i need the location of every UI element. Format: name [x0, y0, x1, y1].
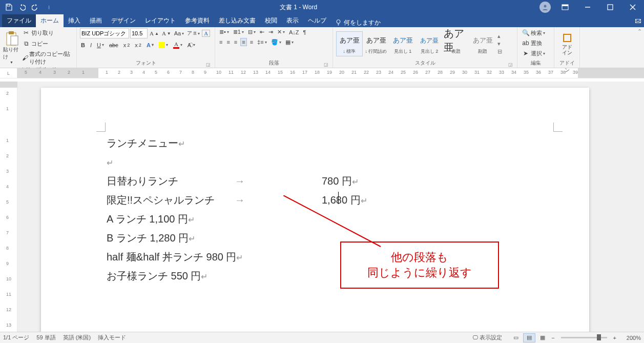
- tab-mailings[interactable]: 差し込み文書: [214, 14, 260, 27]
- cut-button[interactable]: ✂切り取り: [21, 28, 73, 37]
- bullets-button[interactable]: ≣•: [218, 28, 230, 36]
- minimize-icon[interactable]: [576, 0, 599, 14]
- lightbulb-icon: [335, 19, 342, 27]
- save-icon[interactable]: [3, 2, 14, 13]
- distributed-button[interactable]: ≡: [249, 38, 254, 46]
- status-mode[interactable]: 挿入モード: [98, 334, 126, 341]
- account-avatar[interactable]: [539, 2, 551, 13]
- style-item-4[interactable]: あア亜表題: [443, 32, 469, 56]
- multilevel-button[interactable]: ⊟: [247, 28, 257, 36]
- copy-button[interactable]: ⧉コピー: [21, 39, 73, 48]
- ribbon: 貼り付け ▼ ✂切り取り ⧉コピー 🖌書式のコピー/貼り付け クリップボード◲ …: [0, 27, 644, 68]
- doc-line-0[interactable]: ランチメニュー↵: [107, 134, 558, 153]
- style-item-3[interactable]: あア亜見出し 2: [416, 32, 443, 56]
- svg-point-8: [337, 19, 340, 23]
- tab-home[interactable]: ホーム: [36, 14, 64, 27]
- zoom-level[interactable]: 200%: [618, 335, 641, 341]
- align-left-button[interactable]: ≡: [218, 38, 223, 46]
- highlight-button[interactable]: [158, 42, 169, 49]
- subscript-button[interactable]: x2: [122, 42, 131, 49]
- align-center-button[interactable]: ≡: [225, 38, 231, 46]
- view-read-mode[interactable]: ▭: [510, 333, 522, 342]
- shrink-font-button[interactable]: A▼: [161, 30, 172, 37]
- bold-button[interactable]: B: [80, 42, 86, 49]
- maximize-icon[interactable]: [599, 0, 621, 14]
- view-print-layout[interactable]: ▤: [523, 333, 535, 342]
- group-paragraph: ≣• ≣1 ⊟ ⇤ ⇥ ✕ A↓Z ¶ ≡ ≡ ≡ ≡ ≡ ‡≡ 🪣 ▦ 段落◲: [215, 27, 333, 68]
- tab-file[interactable]: ファイル: [2, 14, 36, 27]
- collapse-ribbon-icon[interactable]: ⌃: [637, 28, 642, 35]
- numbering-button[interactable]: ≣1: [232, 28, 245, 36]
- horizontal-ruler[interactable]: 5432112345678910111213141516171819202122…: [17, 68, 644, 78]
- underline-button[interactable]: U: [96, 42, 105, 49]
- align-right-button[interactable]: ≡: [233, 38, 238, 46]
- group-font: A▲ A▼ Aa ア亜 A B I U abc x2 x2 A A A⃝ フォン…: [77, 27, 215, 68]
- phonetic-guide-button[interactable]: ア亜: [186, 29, 201, 37]
- tab-design[interactable]: デザイン: [107, 14, 140, 27]
- tab-layout[interactable]: レイアウト: [140, 14, 180, 27]
- page[interactable]: ランチメニュー↵↵日替わりランチ→780 円↵限定!!スペシャルランチ→1,68…: [41, 88, 589, 332]
- increase-indent-button[interactable]: ⇥: [267, 28, 274, 36]
- justify-button[interactable]: ≡: [240, 38, 246, 46]
- strike-button[interactable]: abc: [108, 42, 119, 49]
- find-button[interactable]: 🔍検索: [521, 28, 546, 37]
- styles-launcher-icon[interactable]: ◲: [508, 62, 513, 67]
- line-spacing-button[interactable]: ‡≡: [256, 38, 268, 46]
- svg-rect-13: [11, 36, 18, 45]
- decrease-indent-button[interactable]: ⇤: [259, 28, 265, 36]
- enclose-char-button[interactable]: A⃝: [186, 42, 196, 49]
- status-page[interactable]: 1/1 ページ: [3, 334, 29, 341]
- font-size-input[interactable]: [130, 28, 148, 38]
- view-web-layout[interactable]: ▦: [536, 333, 549, 342]
- select-button[interactable]: ➤選択: [521, 49, 546, 58]
- zoom-slider[interactable]: [561, 337, 607, 338]
- undo-icon[interactable]: [16, 2, 28, 13]
- asian-layout-button[interactable]: ✕: [276, 28, 286, 36]
- group-clipboard: 貼り付け ▼ ✂切り取り ⧉コピー 🖌書式のコピー/貼り付け クリップボード◲: [0, 27, 77, 68]
- tab-draw[interactable]: 描画: [85, 14, 107, 27]
- grow-font-button[interactable]: A▲: [149, 30, 160, 37]
- shading-button[interactable]: 🪣: [270, 38, 282, 46]
- zoom-in-button[interactable]: +: [613, 335, 616, 341]
- doc-line-2[interactable]: 日替わりランチ→780 円↵: [107, 172, 558, 191]
- status-language[interactable]: 英語 (米国): [63, 334, 91, 341]
- tab-insert[interactable]: 挿入: [64, 14, 85, 27]
- paragraph-launcher-icon[interactable]: ◲: [324, 62, 328, 67]
- tab-references[interactable]: 参考資料: [180, 14, 214, 27]
- font-launcher-icon[interactable]: ◲: [206, 62, 211, 67]
- doc-line-1[interactable]: ↵: [107, 153, 558, 172]
- replace-button[interactable]: ab置換: [521, 38, 543, 48]
- style-item-0[interactable]: あア亜↓ 標準: [336, 31, 363, 56]
- font-color-button[interactable]: A: [172, 41, 183, 49]
- style-item-2[interactable]: あア亜見出し 1: [389, 32, 416, 56]
- qat-customize-icon[interactable]: ⁝: [43, 2, 54, 13]
- text-effects-button[interactable]: A: [146, 42, 155, 49]
- zoom-out-button[interactable]: −: [551, 335, 554, 341]
- sort-button[interactable]: A↓Z: [288, 29, 300, 36]
- italic-button[interactable]: I: [89, 42, 93, 49]
- share-icon[interactable]: 🖂: [635, 17, 641, 25]
- addins-button[interactable]: アドイン: [562, 33, 572, 55]
- tell-me[interactable]: 何をしますか: [331, 18, 385, 27]
- close-icon[interactable]: [621, 0, 644, 14]
- vertical-ruler[interactable]: 211234567891011121314: [0, 82, 17, 332]
- redo-icon[interactable]: [30, 2, 41, 13]
- tab-review[interactable]: 校閲: [260, 14, 282, 27]
- styles-more-button[interactable]: ▴▾⊟: [496, 33, 504, 55]
- status-words[interactable]: 59 単語: [36, 334, 55, 341]
- style-item-1[interactable]: あア亜↓ 行間詰め: [363, 32, 389, 56]
- tab-view[interactable]: 表示: [282, 14, 303, 27]
- change-case-button[interactable]: Aa: [173, 30, 185, 37]
- clear-format-button[interactable]: A: [202, 30, 210, 37]
- borders-button[interactable]: ▦: [284, 38, 295, 46]
- ribbon-options-icon[interactable]: [554, 0, 576, 14]
- paste-button[interactable]: 貼り付け ▼: [3, 31, 20, 64]
- status-display-settings[interactable]: 🖵 表示設定: [472, 334, 502, 341]
- style-name: 副題: [478, 48, 487, 55]
- style-item-5[interactable]: あア亜副題: [469, 32, 496, 56]
- font-name-input[interactable]: [80, 28, 129, 38]
- superscript-button[interactable]: x2: [134, 42, 142, 49]
- show-marks-button[interactable]: ¶: [302, 29, 307, 36]
- tab-help[interactable]: ヘルプ: [303, 14, 331, 27]
- format-painter-button[interactable]: 🖌書式のコピー/貼り付け: [21, 50, 73, 66]
